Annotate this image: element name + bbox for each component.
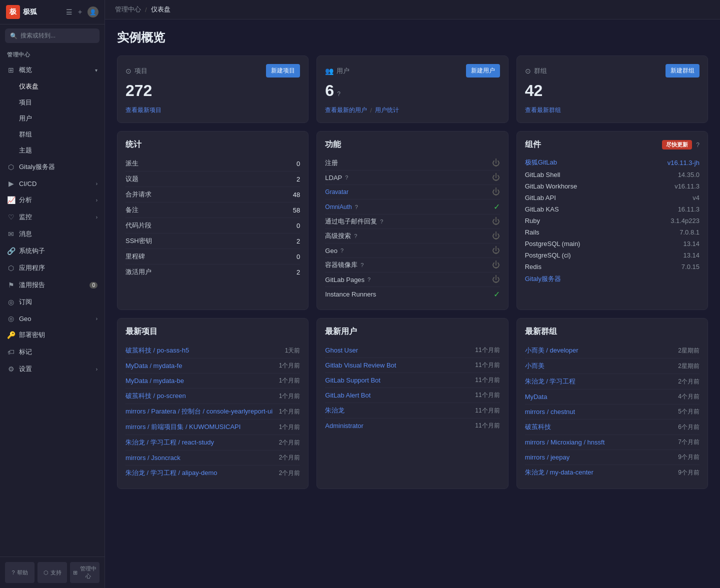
help-circle-icon[interactable]: ? [368,276,370,282]
users-help-icon[interactable]: ? [337,90,340,98]
recent-item-link[interactable]: 朱治龙 / 学习工程 [525,377,576,386]
power-off-icon: ⏻ [492,275,500,284]
recent-item-time: 2星期前 [678,362,700,370]
sidebar-item-groups[interactable]: 群组 [0,126,104,142]
sidebar-item-geo[interactable]: ◎ Geo › [0,310,104,326]
sidebar-item-labels[interactable]: 🏷 标记 [0,344,104,360]
list-item: 极狐GitLabv16.11.3-jh [525,156,700,169]
component-link[interactable]: Gitaly服务器 [525,274,561,284]
sidebar-item-hooks[interactable]: 🔗 系统钩子 [0,242,104,260]
recent-item-link[interactable]: MyData / mydata-be [126,377,184,384]
recent-item-link[interactable]: MyData [525,393,548,400]
recent-item-link[interactable]: mirrors / Jsoncrack [126,454,180,462]
list-item: 朱治龙 / 学习工程 / react-study2个月前 [126,435,300,450]
sidebar-item-apps[interactable]: ⬡ 应用程序 [0,260,104,276]
recent-item-link[interactable]: 小而美 [525,362,544,370]
subscriptions-label: 订阅 [19,298,32,306]
list-item: 小而美2星期前 [525,358,700,374]
recent-item-time: 11个月前 [475,422,500,430]
stats-row-value: 2 [296,176,300,183]
user-statistics-link[interactable]: 用户统计 [375,106,399,114]
sidebar-item-subscriptions[interactable]: ◎ 订阅 [0,294,104,310]
logo-icon: 极 [6,5,20,19]
analytics-label: 分析 [19,196,32,204]
stat-cards-row: ⊙ 项目 新建项目 272 查看最新项目 👥 用户 新建用户 [117,56,708,123]
new-group-button[interactable]: 新建群组 [666,64,700,78]
sidebar-item-users[interactable]: 用户 [0,110,104,126]
recent-item-link[interactable]: GitLab Alert Bot [325,392,370,399]
stats-row-value: 0 [296,222,300,230]
recent-item-link[interactable]: mirrors / Paratera / 控制台 / console-yearl… [126,407,272,416]
search-box[interactable]: 🔍 搜索或转到... [5,28,100,43]
projects-label: 项目 [19,98,32,106]
recent-item-link[interactable]: Administrator [325,422,364,430]
sidebar-item-analytics[interactable]: 📈 分析 › [0,192,104,208]
recent-item-link[interactable]: mirrors / chestnut [525,408,575,416]
recent-item-link[interactable]: 小而美 / developer [525,346,578,355]
new-item-icon[interactable]: ＋ [76,8,84,16]
feature-name-text: 高级搜索 [325,232,351,240]
new-user-button[interactable]: 新建用户 [466,64,500,78]
help-circle-icon[interactable]: ? [354,233,357,239]
breadcrumb-admin[interactable]: 管理中心 [115,5,141,14]
recent-item-link[interactable]: mirrors / 前端项目集 / KUWOMUSICAPI [126,422,240,432]
recent-item-link[interactable]: 破茧科技 / po-sass-h5 [126,346,189,355]
recent-item-link[interactable]: 朱治龙 / my-data-center [525,468,594,477]
recent-item-link[interactable]: 朱治龙 / 学习工程 / react-study [126,438,214,447]
sidebar-logo[interactable]: 极 极狐 [6,5,37,19]
sidebar-item-abuse[interactable]: ⚑ 滥用报告 0 [0,276,104,294]
recent-groups-title: 最新群组 [525,326,700,337]
sidebar-item-topics[interactable]: 主题 [0,142,104,158]
admin-center-button[interactable]: ⊞ 管理中心 [70,562,100,583]
recent-item-link[interactable]: mirrors / jeepay [525,454,570,461]
abuse-icon: ⚑ [7,281,15,289]
projects-stat-label: 项目 [134,66,148,76]
settings-label: 设置 [19,364,32,374]
power-off-icon: ⏻ [492,232,500,240]
secrets-icon: 🔑 [7,331,15,339]
recent-item-link[interactable]: Gitlab Visual Review Bot [325,362,396,369]
recent-item-link[interactable]: mirrors / Microxiang / hnssft [525,438,605,446]
recent-item-link[interactable]: 朱治龙 [325,406,344,415]
recent-item-link[interactable]: 破茧科技 / po-screen [126,392,186,400]
power-off-icon: ⏻ [492,217,500,226]
messages-label: 消息 [19,230,32,238]
recent-item-time: 2个月前 [279,469,300,478]
support-button[interactable]: ⬡ 支持 [38,562,67,583]
help-button[interactable]: ? 帮助 [5,562,34,583]
help-circle-icon[interactable]: ? [340,248,344,254]
gitaly-icon: ⬡ [7,163,15,171]
user-avatar[interactable]: 👤 [88,6,98,18]
components-help-icon[interactable]: ? [696,142,700,148]
sidebar-item-cicd[interactable]: ▶ CI/CD › [0,176,104,192]
sidebar-item-settings[interactable]: ⚙ 设置 › [0,360,104,378]
help-circle-icon[interactable]: ? [355,204,358,210]
sidebar-toggle-icon[interactable]: ☰ [66,8,72,16]
help-circle-icon[interactable]: ? [380,218,383,224]
sidebar-item-messages[interactable]: ✉ 消息 [0,226,104,242]
list-item: OmniAuth?✓ [325,200,500,214]
recent-item-link[interactable]: MyData / mydata-fe [126,362,182,370]
view-latest-groups-link[interactable]: 查看最新群组 [525,106,561,114]
help-circle-icon[interactable]: ? [345,174,348,180]
sidebar-item-projects[interactable]: 项目 [0,94,104,110]
component-link[interactable]: 极狐GitLab [525,158,557,167]
view-latest-projects-link[interactable]: 查看最新项目 [126,106,162,114]
sidebar-item-overview[interactable]: ⊞ 概览 ▾ [0,62,104,78]
hooks-icon: 🔗 [7,247,15,255]
feature-link[interactable]: Gravatar [325,188,348,196]
recent-item-link[interactable]: GitLab Support Bot [325,376,380,384]
sidebar-item-secrets[interactable]: 🔑 部署密钥 [0,326,104,344]
recent-item-link[interactable]: Ghost User [325,346,358,354]
sidebar-item-gitaly[interactable]: ⬡ Gitaly服务器 [0,158,104,176]
recent-item-link[interactable]: 破茧科技 [525,422,551,432]
feature-link[interactable]: OmniAuth [325,204,352,210]
help-circle-icon[interactable]: ? [360,262,364,268]
view-latest-users-link[interactable]: 查看最新的用户 [325,106,367,114]
users-count: 6 [325,82,334,100]
new-project-button[interactable]: 新建项目 [266,64,300,78]
stats-row-label: 里程碑 [126,252,145,261]
sidebar-item-monitor[interactable]: ♡ 监控 › [0,208,104,226]
recent-item-link[interactable]: 朱治龙 / 学习工程 / alipay-demo [126,468,218,478]
sidebar-item-dashboard[interactable]: 仪表盘 [0,78,104,94]
